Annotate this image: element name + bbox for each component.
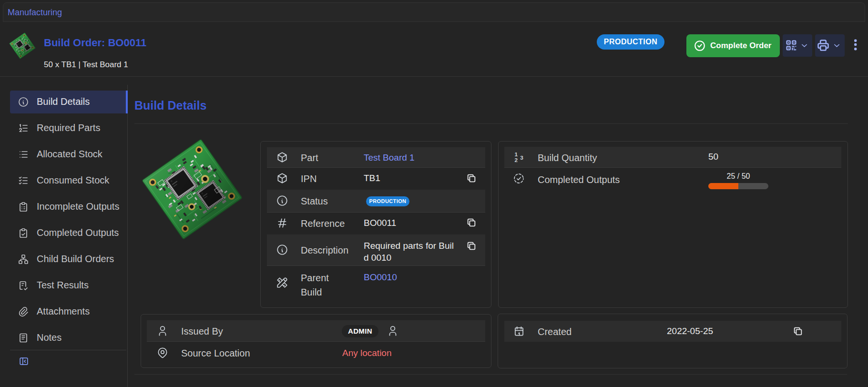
svg-text:2: 2 — [514, 157, 518, 163]
svg-text:3: 3 — [520, 154, 523, 161]
